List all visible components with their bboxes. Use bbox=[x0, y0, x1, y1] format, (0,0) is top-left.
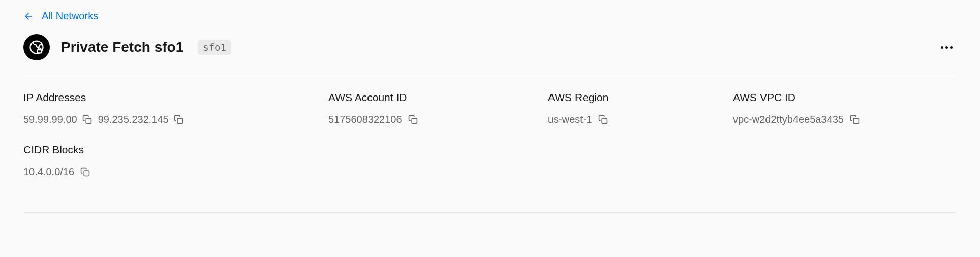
page-header: Private Fetch sfo1 sfo1 bbox=[23, 34, 957, 60]
field-label: AWS VPC ID bbox=[733, 91, 957, 104]
arrow-left-icon[interactable] bbox=[23, 11, 34, 21]
field-label: IP Addresses bbox=[23, 91, 288, 104]
divider bbox=[23, 212, 957, 213]
ip-value-item: 99.235.232.145 bbox=[98, 114, 183, 125]
field-aws-vpc-id: AWS VPC ID vpc-w2d2ttyb4ee5a3435 bbox=[733, 91, 957, 125]
aws-region-value: us-west-1 bbox=[548, 114, 592, 125]
copy-icon[interactable] bbox=[850, 115, 860, 124]
field-ip-addresses: IP Addresses 59.99.99.00 99.235.232.145 bbox=[23, 91, 288, 125]
field-label: AWS Account ID bbox=[328, 91, 507, 104]
aws-vpc-value: vpc-w2d2ttyb4ee5a3435 bbox=[733, 114, 844, 125]
globe-lock-icon bbox=[23, 34, 50, 60]
region-tag: sfo1 bbox=[198, 40, 231, 55]
field-label: CIDR Blocks bbox=[23, 144, 288, 156]
ip-value: 59.99.99.00 bbox=[23, 114, 77, 125]
copy-icon[interactable] bbox=[174, 115, 183, 124]
field-value-line: 5175608322106 bbox=[328, 114, 507, 125]
copy-icon[interactable] bbox=[598, 115, 608, 124]
details-section: IP Addresses 59.99.99.00 99.235.232.145 … bbox=[23, 75, 957, 212]
svg-rect-2 bbox=[37, 50, 42, 53]
field-value-line: 10.4.0.0/16 bbox=[23, 166, 288, 178]
field-label: AWS Region bbox=[548, 91, 692, 104]
field-value-line: us-west-1 bbox=[548, 114, 692, 125]
copy-icon[interactable] bbox=[408, 115, 418, 124]
field-value-line: 59.99.99.00 99.235.232.145 bbox=[23, 114, 288, 125]
svg-rect-8 bbox=[84, 171, 89, 176]
field-aws-region: AWS Region us-west-1 bbox=[548, 91, 692, 125]
field-value-line: vpc-w2d2ttyb4ee5a3435 bbox=[733, 114, 957, 125]
svg-rect-5 bbox=[412, 118, 417, 123]
copy-icon[interactable] bbox=[82, 115, 92, 124]
ip-value-item: 59.99.99.00 bbox=[23, 114, 92, 125]
svg-rect-7 bbox=[853, 118, 859, 123]
detail-row-1: IP Addresses 59.99.99.00 99.235.232.145 … bbox=[23, 91, 957, 125]
copy-icon[interactable] bbox=[80, 167, 90, 177]
more-menu-button[interactable] bbox=[937, 42, 957, 53]
cidr-value: 10.4.0.0/16 bbox=[23, 166, 74, 178]
svg-rect-4 bbox=[177, 118, 182, 123]
aws-account-value: 5175608322106 bbox=[328, 114, 402, 125]
field-cidr-blocks: CIDR Blocks 10.4.0.0/16 bbox=[23, 144, 288, 178]
detail-row-2: CIDR Blocks 10.4.0.0/16 bbox=[23, 144, 957, 178]
svg-rect-6 bbox=[602, 118, 607, 123]
svg-rect-3 bbox=[86, 118, 91, 123]
all-networks-link[interactable]: All Networks bbox=[42, 10, 98, 22]
header-left: Private Fetch sfo1 sfo1 bbox=[23, 34, 231, 60]
ip-value: 99.235.232.145 bbox=[98, 114, 169, 125]
field-aws-account-id: AWS Account ID 5175608322106 bbox=[328, 91, 507, 125]
breadcrumb: All Networks bbox=[23, 10, 957, 22]
page-title: Private Fetch sfo1 bbox=[61, 39, 183, 55]
